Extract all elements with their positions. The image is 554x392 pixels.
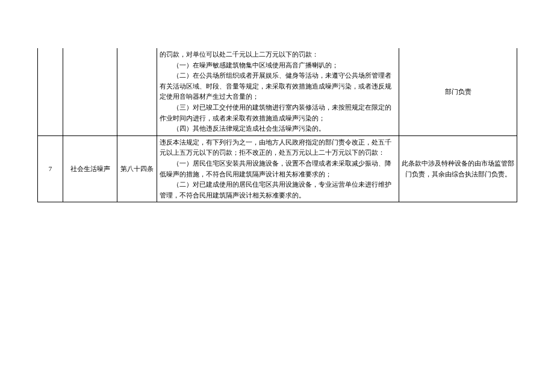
- cell-category: 社会生活噪声: [63, 135, 117, 202]
- cell-article: 第八十四条: [117, 135, 157, 202]
- content-line: （二）对已建成使用的居民住宅区共用设施设备，专业运营单位未进行维护管理，不符合民…: [160, 179, 396, 201]
- cell-content: 违反本法规定，有下列行为之一，由地方人民政府指定的部门责令改正，处五千元以上五万…: [157, 135, 399, 202]
- table-row: 7 社会生活噪声 第八十四条 违反本法规定，有下列行为之一，由地方人民政府指定的…: [38, 135, 517, 202]
- cell-responsibility: 部门负责: [399, 48, 517, 135]
- cell-responsibility: 此条款中涉及特种设备的由市场监管部门负责，其余由综合执法部门负责。: [399, 135, 517, 202]
- content-line: 的罚款，对单位可以处二千元以上二万元以下的罚款：: [160, 49, 396, 60]
- content-line: （二）在公共场所组织或者开展娱乐、健身等活动，未遵守公共场所管理者有关活动区域、…: [160, 70, 396, 102]
- cell-content: 的罚款，对单位可以处二千元以上二万元以下的罚款： （一）在噪声敏感建筑物集中区域…: [157, 48, 399, 135]
- content-line: （一）居民住宅区安装共用设施设备，设置不合理或者未采取减少振动、降低噪声的措施，…: [160, 158, 396, 179]
- regulations-table: 的罚款，对单位可以处二千元以上二万元以下的罚款： （一）在噪声敏感建筑物集中区域…: [37, 48, 517, 202]
- cell-index: 7: [38, 135, 63, 202]
- cell-article: [117, 48, 157, 135]
- cell-category: [63, 48, 117, 135]
- content-line: （一）在噪声敏感建筑物集中区域使用高音广播喇叭的；: [160, 60, 396, 71]
- table-row: 的罚款，对单位可以处二千元以上二万元以下的罚款： （一）在噪声敏感建筑物集中区域…: [38, 48, 517, 135]
- content-line: （三）对已竣工交付使用的建筑物进行室内装修活动，未按照规定在限定的作业时间内进行…: [160, 102, 396, 123]
- cell-index: [38, 48, 63, 135]
- content-line: （四）其他违反法律规定造成社会生活噪声污染的。: [160, 123, 396, 134]
- content-line: 违反本法规定，有下列行为之一，由地方人民政府指定的部门责令改正，处五千元以上五万…: [160, 137, 396, 158]
- document-page: 的罚款，对单位可以处二千元以上二万元以下的罚款： （一）在噪声敏感建筑物集中区域…: [0, 0, 554, 202]
